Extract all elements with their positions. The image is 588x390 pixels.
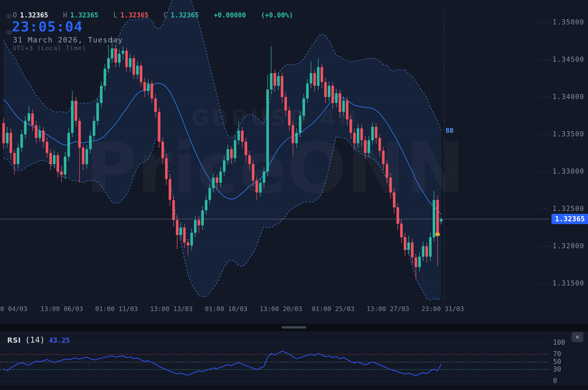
time-tick-mark — [442, 304, 443, 305]
close-label: C — [164, 11, 168, 19]
time-tick-mark — [388, 304, 388, 305]
time-tick-label: 00 04/03 — [0, 305, 27, 313]
time-tick-mark — [333, 304, 333, 305]
time-tick-mark — [116, 304, 117, 305]
rsi-level-label: 70 — [553, 350, 561, 358]
time-tick-mark — [281, 304, 281, 305]
time-tick-mark — [12, 304, 12, 305]
time-tick-label: 23:00 31/03 — [421, 305, 464, 313]
high-value: 1.32365 — [70, 11, 99, 19]
time-tick-mark — [171, 304, 172, 305]
price-tick-label: 1.33000 — [553, 167, 584, 175]
rsi-level-label: 50 — [553, 358, 561, 366]
open-readout: O 1.32365 — [13, 11, 48, 19]
close-readout: C 1.32365 — [164, 11, 199, 19]
ohlc-readout: O 1.32365 H 1.32365 L 1.32365 C 1.32365 … — [13, 11, 293, 19]
price-tick-label: 1.31500 — [553, 279, 584, 287]
time-tick-label: 13:00 27/03 — [367, 305, 409, 313]
rsi-level-label: 0 — [553, 377, 557, 385]
low-label: L — [113, 11, 117, 19]
time-tick-mark — [226, 304, 226, 305]
header-separator-line — [0, 20, 588, 21]
bottom-bar — [0, 385, 588, 390]
close-value: 1.32365 — [171, 11, 199, 19]
visibility-eye-icon[interactable] — [6, 30, 12, 35]
time-tick-label: 13:00 20/03 — [260, 305, 302, 313]
rsi-level-label: 100 — [553, 339, 565, 346]
rsi-level-label: 30 — [553, 365, 561, 373]
digital-clock: 23:05:04 — [12, 19, 83, 35]
trading-terminal: GBPUSD 4H PriceONN O 1.32365 H 1.32365 L… — [0, 0, 588, 390]
low-readout: L 1.32365 — [113, 11, 148, 19]
rsi-close-button[interactable]: ✕ — [572, 332, 583, 342]
visibility-eye-icon[interactable] — [6, 14, 12, 19]
high-readout: H 1.32365 — [63, 11, 98, 19]
price-tick-label: 1.35000 — [553, 18, 584, 26]
time-tick-label: 13:00 06/03 — [40, 305, 83, 313]
price-tick-label: 1.34500 — [553, 56, 584, 63]
price-tick-label: 1.33500 — [553, 130, 584, 138]
rsi-chart-canvas[interactable] — [0, 325, 549, 386]
change-value: +0.00000 — [214, 11, 246, 19]
current-price-badge: 1.32365 — [551, 214, 588, 224]
time-tick-mark — [61, 304, 62, 305]
time-tick-label: 01:00 18/03 — [205, 305, 247, 313]
open-label: O — [13, 11, 17, 19]
time-tick-label: 01:00 11/03 — [95, 305, 138, 313]
time-tick-label: 01:00 25/03 — [312, 305, 354, 313]
price-tick-label: 1.32000 — [553, 242, 584, 250]
rsi-header: RSI (14) 43.25 — [7, 335, 70, 345]
bollinger-band-label: BB — [446, 127, 454, 134]
price-tick-label: 1.32500 — [553, 205, 584, 212]
change-percent: (+0.00%) — [261, 11, 293, 19]
open-value: 1.32365 — [20, 11, 48, 19]
price-tick-label: 1.34000 — [553, 93, 584, 101]
timezone-label: UTC+3 (Local Time) — [13, 45, 86, 51]
high-label: H — [63, 11, 67, 19]
rsi-period: (14) — [25, 335, 45, 345]
time-tick-label: 13:00 13/03 — [150, 305, 193, 313]
rsi-current-value: 43.25 — [49, 336, 70, 344]
rsi-title: RSI — [7, 336, 21, 344]
low-value: 1.32365 — [120, 11, 149, 19]
date-label: 31 March 2026, Tuesday — [13, 36, 123, 44]
